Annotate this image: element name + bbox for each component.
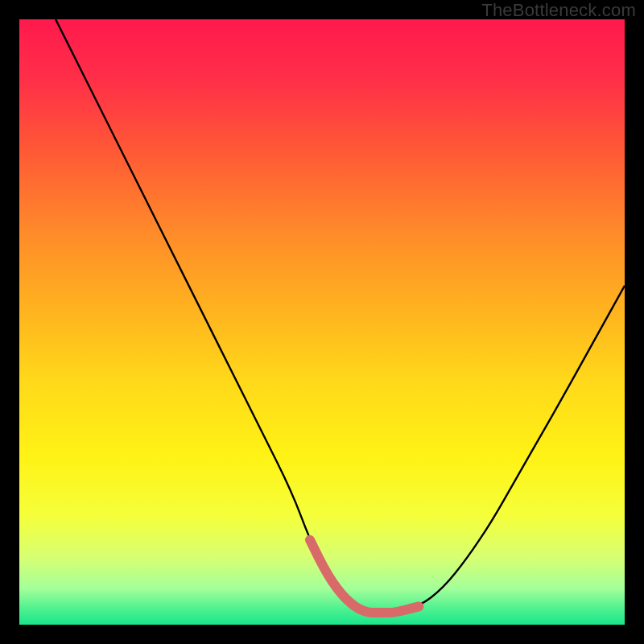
plot-area xyxy=(19,19,625,625)
bottleneck-curve xyxy=(56,19,625,613)
chart-frame: TheBottleneck.com xyxy=(0,0,644,644)
watermark-text: TheBottleneck.com xyxy=(481,0,636,21)
bottleneck-trough-highlight xyxy=(310,540,419,613)
curve-layer xyxy=(19,19,625,625)
